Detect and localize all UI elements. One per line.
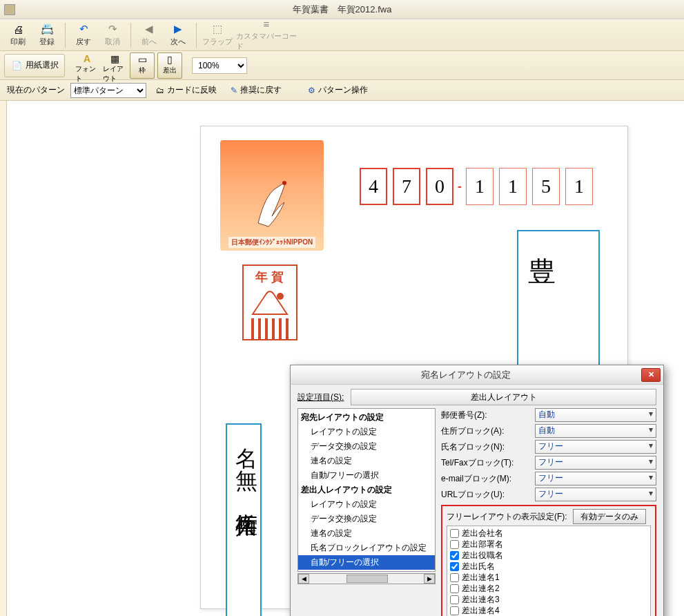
- close-button[interactable]: ✕: [641, 368, 661, 382]
- barcode-label: カスタマバーコード: [236, 31, 297, 52]
- name-select[interactable]: フリー: [535, 440, 656, 454]
- free-item-checkbox[interactable]: [450, 540, 459, 549]
- recommend-button[interactable]: ✎ 推奨に戻す: [226, 83, 286, 97]
- free-item[interactable]: 差出連名1: [449, 572, 649, 583]
- free-item-label: 差出連名3: [462, 594, 500, 606]
- sender-label: 差出: [163, 66, 177, 75]
- arrow-left-icon: ◀: [142, 23, 156, 35]
- svg-point-1: [277, 293, 284, 300]
- crane-icon: [244, 168, 300, 237]
- print-button[interactable]: 🖨 印刷: [4, 21, 32, 50]
- free-item-checkbox[interactable]: [450, 562, 459, 571]
- valid-data-only-button[interactable]: 有効データのみ: [573, 509, 646, 524]
- free-item-checkbox[interactable]: [450, 595, 459, 604]
- pattern-toolbar: 現在のパターン 標準パターン 🗂 カードに反映 ✎ 推奨に戻す ⚙ パターン操作: [0, 80, 684, 101]
- url-select[interactable]: フリー: [535, 488, 656, 501]
- tel-label: Tel/Faxブロック(T):: [441, 457, 531, 469]
- font-label: フォント: [75, 64, 99, 84]
- scroll-right-icon[interactable]: ▶: [424, 574, 435, 584]
- layout-button[interactable]: ▦ レイアウト: [102, 52, 127, 79]
- free-layout-list[interactable]: 差出会社名差出部署名差出役職名差出氏名差出連名1差出連名2差出連名3差出連名4差…: [447, 526, 651, 616]
- year-stamp: 年 賀: [242, 264, 297, 340]
- zip-select[interactable]: 自動: [535, 408, 656, 422]
- free-layout-label: フリーレイアウトの表示設定(F):: [447, 511, 567, 523]
- layout-icon: ▦: [108, 53, 121, 64]
- free-item[interactable]: 差出会社名: [449, 528, 649, 539]
- undo-button[interactable]: ↶ 戻す: [70, 21, 97, 50]
- tree-item[interactable]: 自動/フリーの選択: [298, 468, 435, 483]
- zip-digit[interactable]: 1: [499, 168, 527, 205]
- free-item[interactable]: 差出連名3: [449, 594, 649, 605]
- zoom-select[interactable]: 100%: [192, 57, 247, 74]
- dialog-body: 設定項目(S): 差出人レイアウト 宛先レイアウトの設定 レイアウトの設定 デー…: [291, 385, 663, 616]
- zip-digit[interactable]: 7: [393, 168, 420, 205]
- tree-hscrollbar[interactable]: ◀ ▶: [297, 573, 436, 584]
- zip-boxes[interactable]: 4 7 0 - 1 1 5 1: [360, 168, 593, 205]
- sender-block[interactable]: 名 無 権兵衛: [226, 423, 262, 616]
- free-item[interactable]: 差出氏名: [449, 561, 649, 572]
- layout-settings-dialog: 宛名レイアウトの設定 ✕ 設定項目(S): 差出人レイアウト 宛先レイアウトの設…: [290, 365, 664, 616]
- free-item-checkbox[interactable]: [450, 529, 459, 538]
- dialog-titlebar[interactable]: 宛名レイアウトの設定 ✕: [291, 365, 663, 385]
- year-label: 年 賀: [253, 266, 286, 288]
- print-label: 印刷: [10, 37, 26, 47]
- scroll-thumb[interactable]: [346, 575, 388, 583]
- pattern-ops-button[interactable]: ⚙ パターン操作: [304, 83, 372, 97]
- free-item[interactable]: 差出連名2: [449, 583, 649, 594]
- next-button[interactable]: ▶ 次へ: [164, 21, 192, 50]
- undo-icon: ↶: [77, 23, 90, 35]
- prev-label: 前へ: [141, 37, 157, 47]
- prev-button: ◀ 前へ: [135, 21, 163, 50]
- free-item[interactable]: 差出役職名: [449, 550, 649, 561]
- addr-select[interactable]: 自動: [535, 424, 656, 438]
- free-item-label: 差出部署名: [462, 539, 503, 550]
- free-item-label: 差出氏名: [462, 561, 495, 572]
- frame-icon: ▭: [135, 53, 149, 66]
- tree-item[interactable]: 氏名ブロックレイアウトの設定: [298, 541, 435, 555]
- settings-items-label: 設定項目(S):: [297, 392, 344, 403]
- url-label: URLブロック(U):: [441, 489, 531, 501]
- zip-digit[interactable]: 0: [426, 168, 453, 205]
- tree-item[interactable]: データ交換の設定: [298, 439, 435, 454]
- reflect-button[interactable]: 🗂 カードに反映: [152, 83, 221, 97]
- flap-icon: ⬚: [211, 23, 224, 35]
- free-item-checkbox[interactable]: [450, 606, 459, 615]
- card-icon: 🗂: [156, 86, 164, 95]
- tree-item[interactable]: 連名の設定: [298, 526, 435, 541]
- zip-digit[interactable]: 1: [466, 168, 494, 205]
- flap-button: ⬚ フラップ: [201, 21, 234, 50]
- tree-item-selected[interactable]: 自動/フリーの選択: [298, 555, 435, 570]
- sender-button[interactable]: ▯ 差出: [157, 52, 182, 79]
- zip-digit[interactable]: 5: [532, 168, 560, 205]
- barcode-icon: ≡: [260, 18, 273, 30]
- app-title: 年賀葉書 年賀2012.fwa: [293, 3, 392, 16]
- zip-digit[interactable]: 4: [360, 168, 387, 205]
- free-layout-box: フリーレイアウトの表示設定(F): 有効データのみ 差出会社名差出部署名差出役職…: [441, 505, 656, 616]
- free-item-checkbox[interactable]: [450, 584, 459, 593]
- tree-item[interactable]: 連名の設定: [298, 454, 435, 468]
- sender-name: 名 無 権兵衛: [227, 425, 266, 502]
- tree-item[interactable]: レイアウトの設定: [298, 425, 435, 439]
- tree-item[interactable]: データ交換の設定: [298, 512, 435, 526]
- zip-digit[interactable]: 1: [565, 168, 593, 205]
- tree-item[interactable]: レイアウトの設定: [298, 497, 435, 512]
- undo-label: 戻す: [76, 37, 91, 47]
- sender-layout-tab[interactable]: 差出人レイアウト: [351, 389, 656, 405]
- fuji-icon: [249, 288, 291, 316]
- tel-select[interactable]: フリー: [535, 456, 656, 470]
- cancel-label: 取消: [105, 37, 120, 47]
- scroll-left-icon[interactable]: ◀: [298, 574, 309, 584]
- free-item-label: 差出連名4: [462, 605, 500, 617]
- frame-button[interactable]: ▭ 枠: [130, 52, 155, 79]
- settings-tree[interactable]: 宛先レイアウトの設定 レイアウトの設定 データ交換の設定 連名の設定 自動/フリ…: [297, 408, 436, 572]
- pattern-select[interactable]: 標準パターン: [70, 83, 146, 98]
- mail-select[interactable]: フリー: [535, 472, 656, 485]
- free-item[interactable]: 差出連名4: [449, 605, 649, 616]
- free-item-checkbox[interactable]: [450, 551, 459, 560]
- paper-select-button[interactable]: 📄 用紙選択: [4, 54, 65, 77]
- app-titlebar: 年賀葉書 年賀2012.fwa: [0, 0, 684, 19]
- free-item[interactable]: 差出部署名: [449, 539, 649, 550]
- register-button[interactable]: 📇 登録: [33, 21, 61, 50]
- font-button[interactable]: A フォント: [75, 52, 99, 79]
- free-item-checkbox[interactable]: [450, 573, 459, 582]
